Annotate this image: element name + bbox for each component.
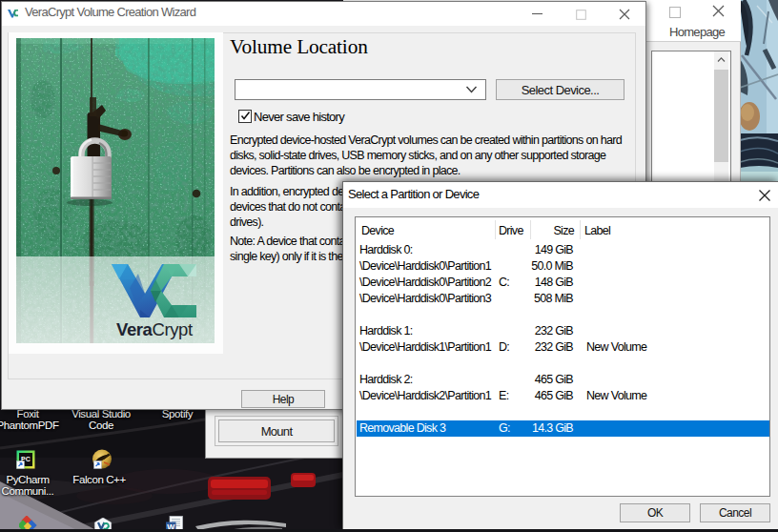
svg-text:VeraCrypt: VeraCrypt bbox=[116, 319, 193, 339]
